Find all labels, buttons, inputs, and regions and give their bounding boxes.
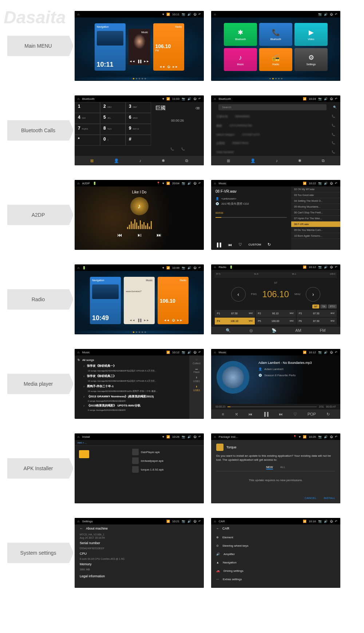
setting-steering-wheel-keys[interactable]: ⊙Steering wheel keys: [216, 542, 335, 550]
setting-amplifier[interactable]: 🔊Amplifier: [216, 550, 335, 558]
key-3[interactable]: 3DEF: [126, 102, 151, 113]
install-button[interactable]: INSTALL: [324, 496, 335, 500]
back-button[interactable]: ←About machine: [80, 527, 199, 530]
contact-row[interactable]: 过意恨0988074610📞: [215, 139, 337, 148]
tile-radio[interactable]: Radio 106.10 ◄◄⏻►►: [158, 277, 189, 324]
call-end-icon[interactable]: 📞: [181, 148, 185, 151]
breadcrumb[interactable]: mnt > ...: [75, 440, 204, 446]
track-item[interactable]: 04 Setting The World O...: [291, 198, 340, 204]
setting-extras-settings[interactable]: ⋯Extras settings: [216, 575, 335, 583]
unlink-icon[interactable]: ⧉: [185, 158, 188, 163]
track-item[interactable]: 02 Oh My MY.wav: [291, 186, 340, 192]
key-4[interactable]: 4GHI: [75, 113, 100, 124]
tile-music[interactable]: Music ◄◄▐▐►►: [128, 29, 150, 65]
tile-bluetooth[interactable]: ✱Bluetooth: [224, 23, 257, 46]
af-button[interactable]: AF: [312, 304, 319, 308]
contacts-tab-icon[interactable]: 👤: [114, 158, 119, 163]
tile-settings[interactable]: ⚙Settings: [294, 48, 328, 71]
storage-usb1[interactable]: ⬍USB1: [193, 376, 200, 382]
repeat-icon[interactable]: ↻: [327, 412, 330, 417]
pty-button[interactable]: PTY: [328, 304, 337, 308]
track-item[interactable]: 08 F-VR.wav: [291, 221, 340, 227]
key-1[interactable]: 1: [75, 102, 100, 113]
key-9[interactable]: 9WXYZ: [126, 124, 151, 135]
eq-preset[interactable]: CUSTOM: [249, 243, 261, 246]
seek-down-icon[interactable]: ‹: [231, 287, 246, 302]
track-item[interactable]: 05 Moving Mountains...: [291, 204, 340, 210]
bt-tab-icon[interactable]: ✱: [162, 158, 165, 163]
back-icon[interactable]: ↶: [198, 13, 201, 16]
contact-row[interactable]: 工事中市906448583📞: [215, 113, 337, 121]
home-icon[interactable]: ⌂: [78, 13, 79, 16]
shuffle-icon[interactable]: ⤨: [235, 412, 238, 417]
repeat-icon[interactable]: ↻: [268, 242, 271, 247]
apk-file[interactable]: torque-1.8.92.apk: [132, 466, 201, 473]
scan-icon[interactable]: 📡: [272, 328, 277, 333]
track-item[interactable]: 07 Hymn For The Wee...: [291, 216, 340, 221]
prev-icon[interactable]: ⏮: [248, 412, 252, 416]
apk-file[interactable]: birdwallpaper.apk: [132, 457, 201, 464]
album-item[interactable]: ♪张学友《聆听经典一》13 songs /storage/E242A40E42A…: [78, 363, 186, 373]
album-item[interactable]: ♪张学友《聆听经典二》13 songs /storage/E242A40E42A…: [78, 373, 186, 384]
key-2[interactable]: 2ABC: [100, 102, 126, 113]
contact-row[interactable]: India hardkdit📞: [215, 148, 337, 156]
heart-icon[interactable]: ♡: [293, 412, 297, 417]
tile-music[interactable]: ♪Music: [224, 48, 257, 71]
search-icon[interactable]: 🔍: [333, 106, 337, 109]
seek-up-icon[interactable]: ›: [306, 287, 320, 302]
search-icon[interactable]: 🔍: [226, 328, 231, 333]
next-icon[interactable]: ⏭: [157, 232, 162, 238]
contact-row[interactable]: 南林13711549162760📞: [215, 122, 337, 130]
contact-search[interactable]: Search: [218, 104, 327, 110]
contact-row[interactable]: nakon bekgun13710671374📞: [215, 131, 337, 138]
heart-icon[interactable]: ♡: [238, 242, 242, 247]
cancel-button[interactable]: CANCEL: [305, 496, 316, 500]
tile-music[interactable]: Music www.GrinskisLT ◄◄▐▐►►: [124, 277, 155, 324]
key-0[interactable]: 0+: [100, 135, 126, 146]
album-item[interactable]: ♪《2015格莱美的喝彩》 UPDTS-WAV分轨2 songs /storag…: [78, 403, 186, 412]
camera-icon[interactable]: 📷: [182, 13, 185, 16]
storage-flash[interactable]: ▬Flash: [193, 367, 199, 373]
play-icon[interactable]: ⏯: [137, 232, 142, 238]
album-item[interactable]: ♪《2013 GRAMMY Nominees》(格莱美的喝彩2013)2 son…: [78, 394, 186, 403]
eq-preset[interactable]: POP: [308, 412, 316, 416]
key-#[interactable]: #: [126, 135, 151, 146]
track-item[interactable]: 06 Can't Stop The Feeli...: [291, 210, 340, 216]
prev-icon[interactable]: ⏮: [117, 232, 122, 238]
call-accept-icon[interactable]: 📞: [170, 148, 174, 151]
tile-radio[interactable]: 📻Radio: [259, 48, 292, 71]
album-item[interactable]: ♪黑鸭子-伴你二十年-113 songs /storage/E242A40E42…: [78, 384, 186, 394]
contacts-tab-icon[interactable]: 👤: [250, 158, 256, 163]
volume-icon[interactable]: 🔊: [187, 13, 191, 16]
track-item[interactable]: 09 Do You Wanna Com...: [291, 227, 340, 233]
preset-P3[interactable]: P387.50MHZ: [297, 310, 337, 317]
music-tab-icon[interactable]: ♪: [139, 158, 142, 163]
am-band[interactable]: AM: [295, 328, 301, 333]
pause-icon[interactable]: ▐▐: [215, 243, 221, 247]
tile-video[interactable]: ▶Video: [294, 23, 328, 46]
ta-button[interactable]: TA: [320, 304, 327, 308]
setting-driving-settings[interactable]: 🚗Driving settings: [216, 567, 335, 575]
tile-navigation[interactable]: Navigation 10:11: [95, 23, 126, 71]
setting-navigation[interactable]: ▲Navigation: [216, 558, 335, 567]
preset-P6[interactable]: P687.50MHZ: [297, 318, 337, 325]
prev-icon[interactable]: ⏮: [228, 243, 232, 247]
storage-usb3[interactable]: ⬍USB3: [193, 385, 200, 392]
power-icon[interactable]: ⏻: [193, 13, 196, 16]
key-5[interactable]: 5JKL: [100, 113, 126, 124]
track-item[interactable]: 03 Too Good.wav: [291, 192, 340, 198]
folder-icon[interactable]: [79, 450, 89, 458]
preset-P1[interactable]: P187.50MHZ: [215, 310, 255, 317]
fm-band[interactable]: FM: [320, 328, 326, 333]
key-7[interactable]: 7PQRS: [75, 124, 100, 135]
list-icon[interactable]: ≡: [222, 412, 224, 416]
pause-icon[interactable]: ▐▐: [263, 412, 269, 416]
repeat-icon[interactable]: ↻: [78, 358, 80, 362]
next-icon[interactable]: ⏭: [279, 412, 283, 416]
tile-navigation[interactable]: Navigation 10:49: [90, 277, 121, 324]
key-*[interactable]: *: [75, 135, 100, 146]
tab-new[interactable]: NEW: [266, 465, 273, 469]
key-8[interactable]: 8TUV: [100, 124, 126, 135]
tile-radio[interactable]: Radio 106.10 FM ◄◄⏻►►: [153, 23, 184, 71]
apk-file[interactable]: DabPlayer.apk: [132, 449, 201, 455]
